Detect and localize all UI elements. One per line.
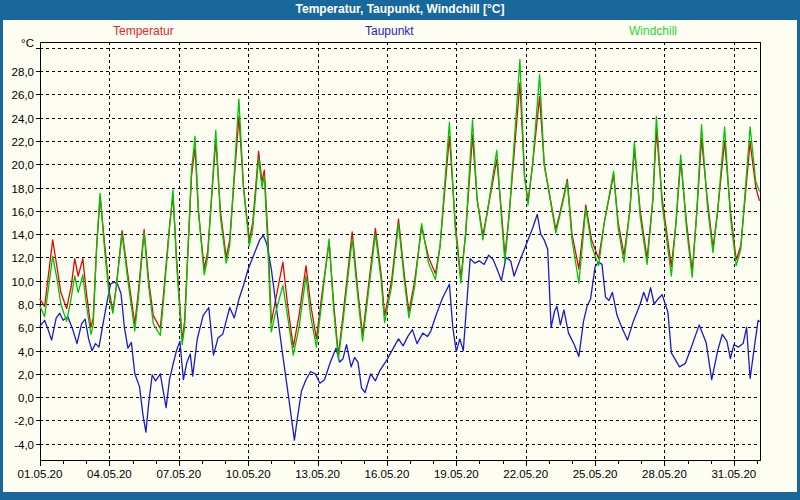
legend-item-taupunkt: Taupunkt <box>365 24 414 38</box>
title-bar: Temperatur, Taupunkt, Windchill [°C] <box>0 0 800 20</box>
chart-window: Temperatur, Taupunkt, Windchill [°C] Tem… <box>0 0 800 500</box>
legend-item-temperatur: Temperatur <box>113 24 174 38</box>
legend-item-windchill: Windchill <box>629 24 677 38</box>
window-title: Temperatur, Taupunkt, Windchill [°C] <box>296 2 505 16</box>
chart-content <box>3 20 797 492</box>
